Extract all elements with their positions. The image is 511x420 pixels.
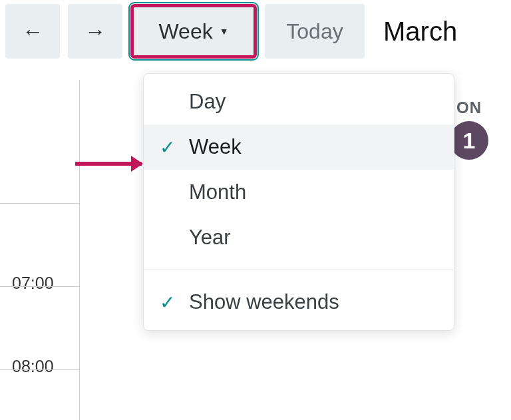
view-selector-label: Week — [158, 19, 212, 44]
annotation-arrow-icon — [75, 162, 142, 166]
time-column: 07:00 08:00 — [0, 80, 80, 420]
check-icon: ✓ — [160, 292, 189, 314]
current-month-label: March — [373, 17, 457, 47]
date-badge[interactable]: 1 — [450, 121, 488, 160]
calendar-toolbar: ← → Week ▼ Today March — [0, 0, 511, 59]
time-label: 08:00 — [12, 357, 54, 376]
dropdown-item-label: Show weekends — [189, 290, 339, 314]
dropdown-item-label: Year — [189, 226, 231, 250]
today-button[interactable]: Today — [265, 4, 365, 59]
dropdown-item-month[interactable]: Month — [144, 170, 454, 215]
time-gridline — [0, 369, 79, 370]
time-gridline — [0, 203, 79, 204]
dropdown-item-day[interactable]: Day — [144, 79, 454, 124]
arrow-right-icon: → — [85, 19, 106, 44]
dropdown-item-year[interactable]: Year — [144, 215, 454, 260]
next-button[interactable]: → — [68, 4, 122, 59]
arrow-left-icon: ← — [22, 19, 43, 44]
time-gridline — [0, 286, 79, 287]
prev-button[interactable]: ← — [5, 4, 60, 59]
view-dropdown-menu: Day ✓ Week Month Year ✓ Show weekends — [143, 73, 454, 331]
dropdown-divider — [144, 270, 454, 270]
dropdown-item-week[interactable]: ✓ Week — [144, 124, 454, 170]
check-icon: ✓ — [160, 136, 189, 158]
view-selector-highlight: Week ▼ — [130, 4, 257, 59]
dropdown-item-label: Week — [189, 135, 242, 159]
dropdown-item-label: Day — [189, 90, 226, 114]
view-selector-button[interactable]: Week ▼ — [134, 7, 254, 55]
caret-down-icon: ▼ — [220, 26, 229, 37]
dropdown-item-show-weekends[interactable]: ✓ Show weekends — [144, 280, 454, 325]
dropdown-item-label: Month — [189, 180, 246, 204]
time-label: 07:00 — [12, 274, 54, 293]
